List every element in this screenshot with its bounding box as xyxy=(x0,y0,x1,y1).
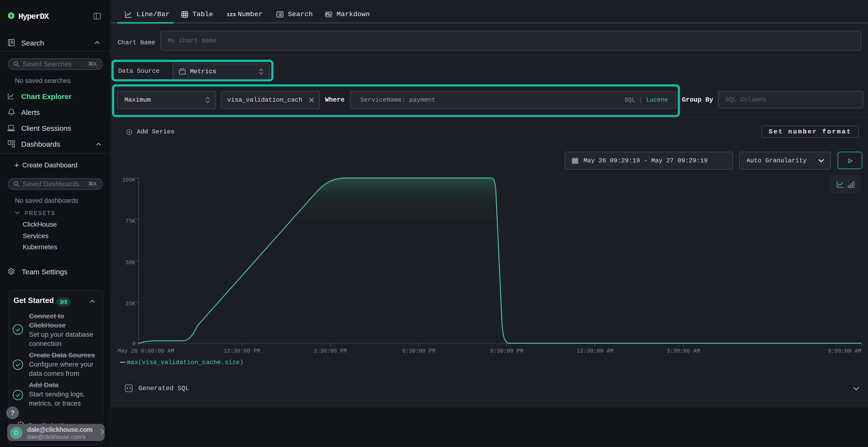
svg-text:May 26 9:00:00 AM: May 26 9:00:00 AM xyxy=(118,348,174,354)
svg-text:50K: 50K xyxy=(126,260,136,266)
svg-text:0: 0 xyxy=(132,341,135,347)
svg-text:3:30:00 PM: 3:30:00 PM xyxy=(313,348,347,354)
svg-text:3:30:00 AM: 3:30:00 AM xyxy=(667,348,700,354)
svg-text:6:30:00 PM: 6:30:00 PM xyxy=(402,348,435,354)
svg-text:25K: 25K xyxy=(126,301,136,307)
svg-text:75K: 75K xyxy=(126,218,136,225)
svg-text:100K: 100K xyxy=(122,177,135,183)
svg-text:9:00:00 AM: 9:00:00 AM xyxy=(828,348,861,354)
svg-text:9:30:00 PM: 9:30:00 PM xyxy=(490,348,523,354)
svg-text:12:30:00 PM: 12:30:00 PM xyxy=(223,348,260,354)
svg-text:12:30:00 AM: 12:30:00 AM xyxy=(577,348,613,354)
